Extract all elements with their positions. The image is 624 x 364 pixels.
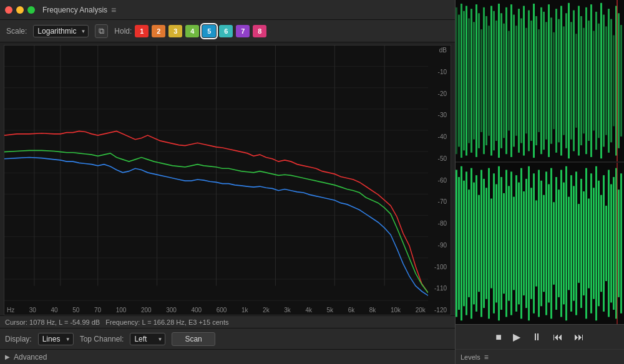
- hz-label-4k: 4k: [305, 307, 312, 314]
- svg-rect-139: [600, 195, 602, 292]
- svg-rect-23: [483, 7, 485, 154]
- svg-rect-133: [585, 168, 587, 319]
- svg-rect-138: [598, 181, 600, 306]
- traffic-lights: [5, 6, 35, 14]
- minimize-button[interactable]: [16, 6, 24, 14]
- svg-rect-42: [530, 21, 532, 141]
- scale-select[interactable]: Logarithmic Linear: [33, 25, 89, 37]
- hold-label: Hold:: [114, 27, 132, 36]
- svg-rect-123: [560, 170, 562, 317]
- hold-btn-3[interactable]: 3: [168, 25, 182, 37]
- db-label-60: -60: [429, 177, 449, 184]
- hz-label-100: 100: [116, 307, 127, 314]
- svg-rect-92: [483, 179, 485, 308]
- svg-rect-78: [620, 25, 622, 136]
- hz-label-10k: 10k: [391, 307, 401, 314]
- svg-rect-140: [603, 175, 605, 312]
- hold-section: Hold: 1 2 3 4 5 6 7 8: [114, 25, 266, 37]
- advanced-label: Advanced: [14, 353, 47, 362]
- hz-label-3k: 3k: [284, 307, 291, 314]
- transport-bar: ■ ▶ ⏸ ⏮ ⏭: [456, 324, 624, 349]
- hold-btn-1[interactable]: 1: [135, 25, 149, 37]
- svg-rect-16: [466, 6, 467, 155]
- levels-menu-icon[interactable]: ≡: [484, 353, 489, 362]
- frequency-analyzer-panel: Frequency Analysis ≡ Scale: Logarithmic …: [0, 0, 456, 364]
- skip-forward-button[interactable]: ⏭: [574, 332, 584, 343]
- svg-rect-41: [528, 10, 530, 151]
- svg-rect-62: [580, 16, 582, 145]
- db-label-30: -30: [429, 112, 449, 118]
- svg-rect-86: [468, 189, 470, 297]
- db-label-50: -50: [429, 155, 449, 162]
- hz-axis: Hz 30 40 50 70 100 200 300 400 600 1k 2k…: [7, 307, 426, 314]
- close-button[interactable]: [5, 6, 12, 14]
- svg-rect-48: [545, 22, 547, 139]
- hold-btn-5[interactable]: 5: [202, 25, 216, 37]
- display-select[interactable]: Lines Bars Filled: [38, 333, 74, 345]
- advanced-bar[interactable]: ▶ Advanced: [0, 349, 455, 364]
- svg-rect-74: [610, 19, 612, 143]
- scale-label: Scale:: [6, 27, 27, 36]
- play-button[interactable]: ▶: [513, 331, 520, 343]
- scan-button[interactable]: Scan: [172, 332, 215, 346]
- hold-btn-2[interactable]: 2: [152, 25, 165, 37]
- hold-btn-4[interactable]: 4: [185, 25, 199, 37]
- svg-rect-84: [463, 181, 465, 306]
- hz-label-hz: Hz: [7, 307, 14, 314]
- svg-rect-55: [563, 26, 565, 135]
- svg-rect-40: [525, 28, 527, 134]
- svg-rect-77: [618, 13, 620, 148]
- svg-rect-47: [543, 12, 545, 150]
- svg-rect-67: [593, 31, 595, 130]
- svg-rect-128: [573, 186, 575, 300]
- svg-rect-59: [573, 10, 575, 151]
- hold-btn-7[interactable]: 7: [236, 25, 250, 37]
- svg-rect-75: [613, 36, 615, 127]
- skip-back-button[interactable]: ⏮: [553, 332, 563, 343]
- db-label-80: -80: [429, 220, 449, 227]
- svg-rect-14: [461, 4, 462, 158]
- svg-rect-98: [498, 166, 500, 320]
- svg-rect-147: [620, 173, 622, 313]
- top-channel-select[interactable]: Left Right Both: [130, 333, 165, 345]
- svg-rect-89: [475, 175, 477, 312]
- svg-rect-79: [617, 0, 618, 161]
- svg-rect-71: [603, 15, 605, 147]
- svg-rect-104: [513, 197, 515, 290]
- hz-label-400: 400: [191, 307, 202, 314]
- status-bar: Cursor: 1078 Hz, L = -54.99 dB Frequency…: [0, 315, 455, 328]
- waveform-top-svg: [456, 0, 624, 161]
- svg-rect-112: [533, 173, 535, 313]
- svg-rect-121: [555, 177, 557, 310]
- svg-rect-31: [503, 24, 505, 138]
- cursor-info: Cursor: 1078 Hz, L = -54.99 dB: [5, 318, 100, 326]
- svg-rect-21: [478, 13, 480, 148]
- svg-rect-96: [493, 173, 495, 313]
- top-channel-select-wrapper: Left Right Both: [130, 333, 165, 345]
- svg-rect-22: [480, 29, 482, 132]
- svg-rect-141: [605, 206, 607, 281]
- svg-rect-27: [493, 11, 495, 151]
- display-label: Display:: [5, 335, 32, 343]
- svg-rect-70: [600, 3, 602, 159]
- hz-label-30: 30: [29, 307, 36, 314]
- svg-rect-94: [488, 168, 490, 319]
- svg-rect-15: [463, 11, 465, 151]
- svg-rect-110: [528, 166, 530, 320]
- svg-rect-34: [510, 4, 512, 157]
- hold-btn-6[interactable]: 6: [219, 25, 233, 37]
- svg-rect-49: [548, 4, 550, 157]
- svg-rect-126: [568, 197, 570, 290]
- menu-icon[interactable]: ≡: [111, 5, 116, 15]
- copy-button[interactable]: ⧉: [95, 24, 108, 38]
- pause-button[interactable]: ⏸: [532, 332, 542, 343]
- stop-button[interactable]: ■: [495, 332, 502, 343]
- waveform-bottom-svg: [456, 163, 624, 324]
- hold-btn-8[interactable]: 8: [253, 25, 266, 37]
- maximize-button[interactable]: [27, 6, 35, 14]
- svg-rect-17: [468, 18, 470, 143]
- svg-rect-52: [555, 9, 557, 153]
- levels-label: Levels: [461, 353, 480, 361]
- svg-rect-83: [461, 166, 462, 320]
- db-label-header: dB: [429, 47, 449, 54]
